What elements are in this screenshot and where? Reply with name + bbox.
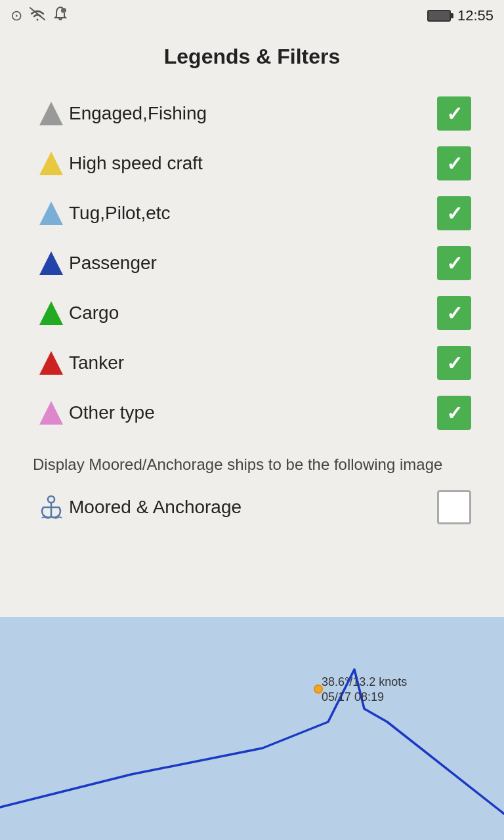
status-icons-left: ⊙ ... — [10, 6, 68, 26]
filter-list: Engaged,Fishing High speed craft Tug,Pil… — [0, 89, 504, 438]
moored-label: Moored & Anchorage — [69, 497, 437, 518]
filter-icon-passenger — [33, 251, 69, 275]
battery-icon — [427, 10, 451, 22]
svg-rect-7 — [0, 617, 504, 840]
triangle-pink-icon — [39, 401, 63, 425]
filter-item-tug-pilot[interactable]: Tug,Pilot,etc — [33, 188, 471, 238]
triangle-green-icon — [39, 301, 63, 325]
filter-item-engaged-fishing[interactable]: Engaged,Fishing — [33, 89, 471, 138]
track-label-speed: 38.6°/13.2 knots — [322, 675, 407, 690]
filter-label-high-speed-craft: High speed craft — [69, 153, 437, 174]
triangle-yellow-icon — [39, 152, 63, 175]
triangle-gray-icon — [39, 102, 63, 125]
filter-icon-tug-pilot — [33, 201, 69, 225]
svg-point-4 — [48, 496, 54, 503]
checkbox-passenger[interactable] — [437, 246, 471, 280]
checkbox-engaged-fishing[interactable] — [437, 96, 471, 131]
filter-label-engaged-fishing: Engaged,Fishing — [69, 103, 437, 124]
status-bar: ⊙ ... 12:55 — [0, 0, 504, 32]
time-display: 12:55 — [457, 7, 494, 24]
filter-label-cargo: Cargo — [69, 303, 437, 324]
checkbox-tug-pilot[interactable] — [437, 196, 471, 230]
triangle-darkblue-icon — [39, 251, 63, 275]
map-section: 38.6°/13.2 knots 05/17 08:19 — [0, 617, 504, 840]
wifi-icon — [29, 7, 46, 25]
moored-description: Display Moored/Anchorage ships to be the… — [0, 438, 504, 482]
checkbox-other-type[interactable] — [437, 396, 471, 430]
filter-icon-cargo — [33, 301, 69, 325]
filter-label-tanker: Tanker — [69, 352, 437, 373]
doc-search-icon: ⊙ — [10, 7, 22, 24]
filter-item-high-speed-craft[interactable]: High speed craft — [33, 138, 471, 188]
bell-icon: ... — [52, 6, 68, 26]
filter-icon-high-speed-craft — [33, 152, 69, 175]
triangle-lightblue-icon — [39, 201, 63, 225]
filter-item-other-type[interactable]: Other type — [33, 388, 471, 438]
status-icons-right: 12:55 — [427, 7, 494, 24]
triangle-red-icon — [39, 351, 63, 375]
anchor-icon — [33, 493, 69, 522]
filter-item-tanker[interactable]: Tanker — [33, 338, 471, 388]
filter-icon-tanker — [33, 351, 69, 375]
filter-label-passenger: Passenger — [69, 253, 437, 274]
moored-item[interactable]: Moored & Anchorage — [0, 482, 504, 532]
checkbox-tanker[interactable] — [437, 346, 471, 380]
checkbox-moored[interactable] — [437, 490, 471, 524]
track-label: 38.6°/13.2 knots 05/17 08:19 — [322, 675, 407, 705]
track-label-time: 05/17 08:19 — [322, 690, 407, 705]
page-title: Legends & Filters — [0, 32, 504, 89]
filter-icon-engaged-fishing — [33, 102, 69, 125]
checkbox-cargo[interactable] — [437, 296, 471, 330]
svg-text:...: ... — [63, 9, 66, 13]
checkbox-high-speed-craft[interactable] — [437, 146, 471, 180]
filter-item-passenger[interactable]: Passenger — [33, 238, 471, 288]
filter-label-tug-pilot: Tug,Pilot,etc — [69, 203, 437, 224]
filter-label-other-type: Other type — [69, 402, 437, 423]
filter-icon-other-type — [33, 401, 69, 425]
filter-item-cargo[interactable]: Cargo — [33, 288, 471, 338]
